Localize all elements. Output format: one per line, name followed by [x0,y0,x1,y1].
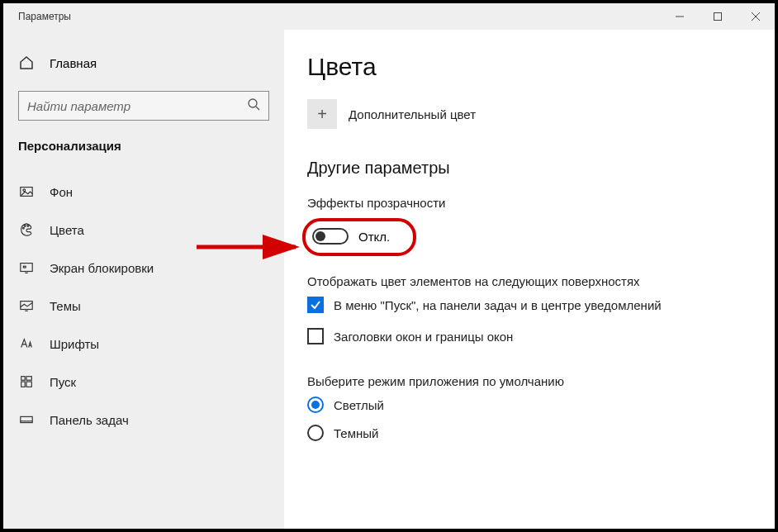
search-input[interactable] [27,99,247,113]
svg-rect-18 [21,382,26,387]
sidebar-item-label: Пуск [50,375,76,389]
radio-light[interactable]: Светлый [284,397,775,413]
svg-rect-11 [21,264,32,272]
palette-icon [18,221,35,238]
svg-point-10 [27,226,29,227]
add-custom-color-label: Дополнительный цвет [349,107,476,121]
toggle-knob [315,231,325,241]
checkbox-label: В меню "Пуск", на панели задач и в центр… [334,298,662,312]
sidebar-item-themes[interactable]: Темы [3,287,284,325]
radio-label: Темный [334,426,378,440]
add-custom-color[interactable]: + Дополнительный цвет [284,99,775,129]
minimize-button[interactable] [661,3,699,30]
sidebar-item-background[interactable]: Фон [3,173,284,211]
radio-icon [307,397,324,413]
radio-label: Светлый [334,398,384,412]
transparency-toggle-highlight: Откл. [302,218,416,256]
window-title: Параметры [18,11,71,22]
svg-point-7 [23,189,26,192]
sidebar-item-label: Темы [50,299,81,313]
sidebar-item-label: Фон [50,185,73,199]
page-title: Цвета [284,53,775,81]
sidebar-home-label: Главная [50,56,97,70]
settings-window: Параметры Главная [0,0,778,532]
svg-rect-20 [21,416,32,422]
radio-dark[interactable]: Темный [284,425,775,441]
plus-icon: + [307,99,337,129]
fonts-icon [18,335,35,352]
sidebar-item-taskbar[interactable]: Панель задач [3,401,284,439]
checkbox-titlebars[interactable]: Заголовки окон и границы окон [284,328,775,344]
checkbox-start-taskbar[interactable]: В меню "Пуск", на панели задач и в центр… [284,297,775,313]
svg-rect-19 [26,382,31,387]
transparency-toggle[interactable] [312,228,349,245]
window-controls [661,3,775,30]
svg-point-8 [23,227,25,229]
appmode-label: Выберите режим приложения по умолчанию [284,374,775,388]
sidebar-item-label: Экран блокировки [50,261,154,275]
home-icon [18,55,35,71]
titlebar: Параметры [3,3,775,30]
maximize-button[interactable] [699,3,737,30]
content-pane: Цвета + Дополнительный цвет Другие парам… [284,30,775,529]
checkbox-icon [307,328,324,344]
sidebar-item-fonts[interactable]: Шрифты [3,325,284,363]
sidebar-home[interactable]: Главная [3,46,284,79]
checkbox-icon [307,297,324,313]
checkbox-label: Заголовки окон и границы окон [334,330,513,344]
sidebar-item-label: Шрифты [50,337,99,351]
surfaces-label: Отображать цвет элементов на следующих п… [284,274,775,288]
svg-rect-1 [714,13,722,21]
search-icon [247,97,260,114]
taskbar-icon [18,411,35,428]
radio-icon [307,425,324,441]
sidebar-item-start[interactable]: Пуск [3,363,284,401]
sidebar-category: Персонализация [3,139,284,153]
lockscreen-icon [18,259,35,276]
sidebar: Главная Персонализация Фон Цвета Экран б… [3,30,284,529]
svg-point-4 [249,99,257,107]
svg-rect-17 [26,377,31,381]
svg-rect-12 [23,266,26,268]
svg-rect-16 [21,377,26,381]
transparency-label: Эффекты прозрачности [284,196,775,210]
sidebar-item-label: Панель задач [50,413,129,427]
svg-point-9 [24,226,26,227]
picture-icon [18,183,35,200]
start-icon [18,373,35,390]
close-button[interactable] [737,3,775,30]
sidebar-item-lockscreen[interactable]: Экран блокировки [3,249,284,287]
sidebar-item-label: Цвета [50,223,84,237]
sidebar-item-colors[interactable]: Цвета [3,211,284,249]
search-box[interactable] [18,91,269,121]
transparency-state: Откл. [358,230,390,244]
themes-icon [18,297,35,314]
svg-line-5 [256,107,259,110]
more-options-heading: Другие параметры [284,159,775,178]
